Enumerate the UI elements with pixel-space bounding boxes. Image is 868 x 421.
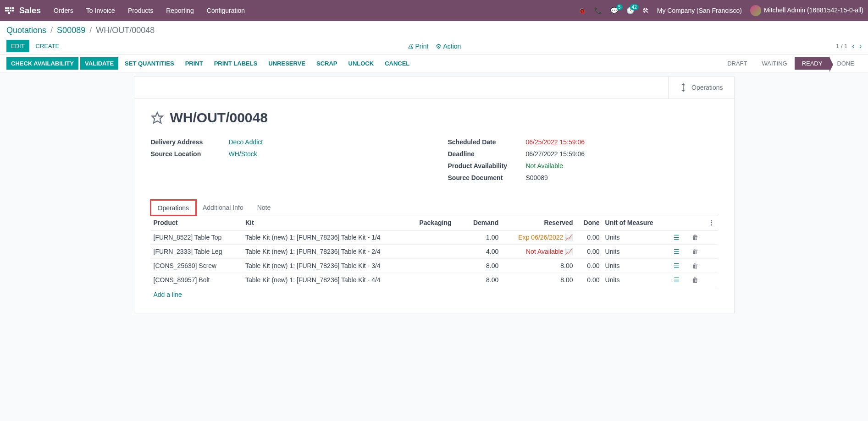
col-demand[interactable]: Demand xyxy=(463,215,501,230)
tab-additional-info[interactable]: Additional Info xyxy=(196,200,250,215)
delete-row-icon[interactable]: 🗑 xyxy=(690,234,700,241)
source-doc-label: Source Document xyxy=(448,174,526,181)
stage-waiting[interactable]: WAITING xyxy=(755,57,795,70)
delete-row-icon[interactable]: 🗑 xyxy=(690,276,700,284)
app-brand[interactable]: Sales xyxy=(19,6,41,16)
stage-done[interactable]: DONE xyxy=(829,57,862,70)
edit-button[interactable]: EDIT xyxy=(6,40,29,52)
col-packaging[interactable]: Packaging xyxy=(416,215,463,230)
detailed-operations-icon[interactable]: ☰ xyxy=(672,276,681,284)
set-quantities-button[interactable]: SET QUANTITIES xyxy=(120,57,179,70)
cell-product[interactable]: [FURN_8522] Table Top xyxy=(151,230,243,245)
messages-badge: 5 xyxy=(616,4,623,10)
star-icon[interactable] xyxy=(151,111,164,124)
table-options-icon[interactable]: ⋮ xyxy=(708,219,715,226)
messages-icon[interactable]: 💬5 xyxy=(610,7,618,14)
cell-demand[interactable]: 4.00 xyxy=(463,245,501,259)
user-menu[interactable]: Mitchell Admin (16881542-15-0-all) xyxy=(750,5,863,16)
apps-icon[interactable] xyxy=(5,6,14,15)
source-location-value[interactable]: WH/Stock xyxy=(229,150,257,158)
action-dropdown[interactable]: ⚙ Action xyxy=(436,43,461,50)
scheduled-date-value[interactable]: 06/25/2022 15:59:06 xyxy=(526,138,585,146)
delete-row-icon[interactable]: 🗑 xyxy=(690,262,700,269)
operations-stat-button[interactable]: Operations xyxy=(668,77,734,98)
source-doc-value[interactable]: S00089 xyxy=(526,174,548,181)
menu-to-invoice[interactable]: To Invoice xyxy=(86,7,115,14)
col-kit[interactable]: Kit xyxy=(243,215,417,230)
cell-reserved[interactable]: Not Available📈 xyxy=(501,245,575,259)
menu-configuration[interactable]: Configuration xyxy=(207,7,245,14)
col-done[interactable]: Done xyxy=(575,215,602,230)
cell-product[interactable]: [FURN_2333] Table Leg xyxy=(151,245,243,259)
table-row[interactable]: [FURN_2333] Table LegTable Kit (new) 1: … xyxy=(151,245,718,259)
cell-packaging[interactable] xyxy=(416,259,463,273)
operations-stat-label: Operations xyxy=(691,84,723,91)
print-button[interactable]: PRINT xyxy=(181,57,208,70)
delivery-address-value[interactable]: Deco Addict xyxy=(229,138,263,146)
table-row[interactable]: [CONS_25630] ScrewTable Kit (new) 1: [FU… xyxy=(151,259,718,273)
unlock-button[interactable]: UNLOCK xyxy=(344,57,379,70)
stage-ready[interactable]: READY xyxy=(795,57,830,70)
cell-done[interactable]: 0.00 xyxy=(575,245,602,259)
create-button[interactable]: CREATE xyxy=(31,40,64,52)
detailed-operations-icon[interactable]: ☰ xyxy=(672,248,681,255)
cell-done[interactable]: 0.00 xyxy=(575,273,602,287)
phone-icon[interactable]: 📞 xyxy=(594,7,602,14)
cell-kit[interactable]: Table Kit (new) 1: [FURN_78236] Table Ki… xyxy=(243,273,417,287)
col-reserved[interactable]: Reserved xyxy=(501,215,575,230)
stage-draft[interactable]: DRAFT xyxy=(720,57,754,70)
debug-icon[interactable]: 🐞 xyxy=(578,7,586,14)
breadcrumb-parent[interactable]: S00089 xyxy=(57,26,85,35)
cell-packaging[interactable] xyxy=(416,273,463,287)
cell-demand[interactable]: 1.00 xyxy=(463,230,501,245)
table-row[interactable]: [FURN_8522] Table TopTable Kit (new) 1: … xyxy=(151,230,718,245)
cell-reserved[interactable]: 8.00 xyxy=(501,273,575,287)
cell-demand[interactable]: 8.00 xyxy=(463,273,501,287)
cell-reserved[interactable]: 8.00 xyxy=(501,259,575,273)
detailed-operations-icon[interactable]: ☰ xyxy=(672,262,681,269)
cell-kit[interactable]: Table Kit (new) 1: [FURN_78236] Table Ki… xyxy=(243,245,417,259)
detailed-operations-icon[interactable]: ☰ xyxy=(672,234,681,241)
cell-kit[interactable]: Table Kit (new) 1: [FURN_78236] Table Ki… xyxy=(243,259,417,273)
tab-operations[interactable]: Operations xyxy=(151,200,196,215)
table-row[interactable]: [CONS_89957] BoltTable Kit (new) 1: [FUR… xyxy=(151,273,718,287)
cell-uom[interactable]: Units xyxy=(603,245,669,259)
print-action[interactable]: 🖨 Print xyxy=(407,43,429,50)
menu-reporting[interactable]: Reporting xyxy=(166,7,194,14)
svg-marker-0 xyxy=(152,112,162,123)
deadline-value: 06/27/2022 15:59:06 xyxy=(526,150,585,158)
tab-note[interactable]: Note xyxy=(250,200,278,215)
check-availability-button[interactable]: CHECK AVAILABILITY xyxy=(6,57,78,70)
col-product[interactable]: Product xyxy=(151,215,243,230)
pager-next-icon[interactable]: › xyxy=(859,42,862,50)
print-labels-button[interactable]: PRINT LABELS xyxy=(210,57,262,70)
forecast-icon[interactable]: 📈 xyxy=(565,234,573,241)
breadcrumb-root[interactable]: Quotations xyxy=(6,26,46,35)
activities-icon[interactable]: 🕓42 xyxy=(626,7,634,14)
cell-kit[interactable]: Table Kit (new) 1: [FURN_78236] Table Ki… xyxy=(243,230,417,245)
menu-products[interactable]: Products xyxy=(128,7,153,14)
menu-orders[interactable]: Orders xyxy=(54,7,73,14)
cell-done[interactable]: 0.00 xyxy=(575,259,602,273)
validate-button[interactable]: VALIDATE xyxy=(80,57,118,70)
cell-demand[interactable]: 8.00 xyxy=(463,259,501,273)
cell-product[interactable]: [CONS_89957] Bolt xyxy=(151,273,243,287)
cell-packaging[interactable] xyxy=(416,230,463,245)
cancel-button[interactable]: CANCEL xyxy=(380,57,414,70)
pager-prev-icon[interactable]: ‹ xyxy=(852,42,854,50)
unreserve-button[interactable]: UNRESERVE xyxy=(264,57,310,70)
add-line-button[interactable]: Add a line xyxy=(151,287,718,302)
cell-uom[interactable]: Units xyxy=(603,273,669,287)
cell-packaging[interactable] xyxy=(416,245,463,259)
col-uom[interactable]: Unit of Measure xyxy=(603,215,669,230)
scrap-button[interactable]: SCRAP xyxy=(312,57,342,70)
forecast-icon[interactable]: 📈 xyxy=(565,248,573,255)
cell-uom[interactable]: Units xyxy=(603,230,669,245)
tools-icon[interactable]: 🛠 xyxy=(642,7,649,14)
cell-product[interactable]: [CONS_25630] Screw xyxy=(151,259,243,273)
cell-done[interactable]: 0.00 xyxy=(575,230,602,245)
company-switcher[interactable]: My Company (San Francisco) xyxy=(657,7,742,14)
cell-uom[interactable]: Units xyxy=(603,259,669,273)
delete-row-icon[interactable]: 🗑 xyxy=(690,248,700,255)
cell-reserved[interactable]: Exp 06/26/2022📈 xyxy=(501,230,575,245)
